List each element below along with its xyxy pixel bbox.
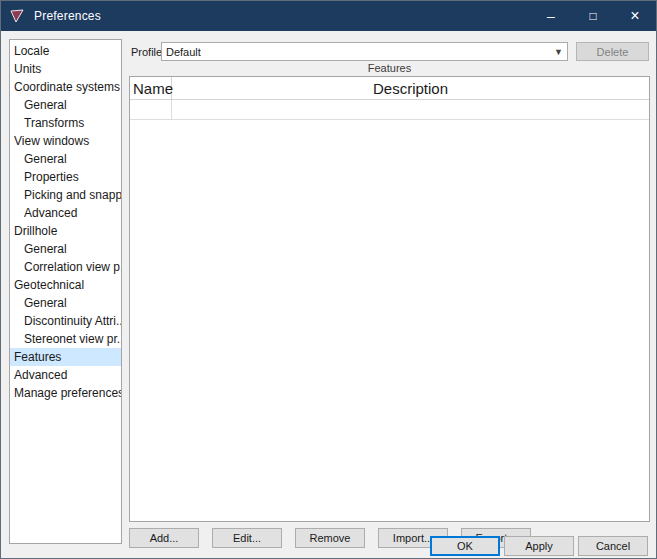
sidebar-item-drillhole[interactable]: Drillhole bbox=[10, 222, 121, 240]
profile-label: Profile bbox=[131, 46, 162, 58]
profile-select-value: Default bbox=[166, 46, 201, 58]
table-empty-cell-description bbox=[172, 100, 649, 119]
sidebar-item-locale[interactable]: Locale bbox=[10, 42, 121, 60]
titlebar: Preferences – □ × bbox=[1, 1, 656, 31]
sidebar-item-picking-and-snapping[interactable]: Picking and snapp... bbox=[10, 186, 121, 204]
sidebar-item-drillhole-general[interactable]: General bbox=[10, 240, 121, 258]
sidebar-item-coordinate-systems[interactable]: Coordinate systems bbox=[10, 78, 121, 96]
cancel-button[interactable]: Cancel bbox=[578, 536, 648, 556]
table-empty-cell-name bbox=[130, 100, 172, 119]
sidebar-item-correlation-view[interactable]: Correlation view p... bbox=[10, 258, 121, 276]
edit-button[interactable]: Edit... bbox=[212, 528, 282, 548]
chevron-down-icon: ▼ bbox=[554, 47, 563, 57]
sidebar-item-geotechnical[interactable]: Geotechnical bbox=[10, 276, 121, 294]
sidebar-item-view-windows-general[interactable]: General bbox=[10, 150, 121, 168]
sidebar-item-advanced[interactable]: Advanced bbox=[10, 366, 121, 384]
app-icon bbox=[10, 8, 26, 24]
dialog-footer: OK Apply Cancel bbox=[430, 536, 648, 556]
window-title: Preferences bbox=[34, 9, 101, 23]
preferences-window: Preferences – □ × Locale Units Coordinat… bbox=[0, 0, 657, 559]
sidebar-item-geotechnical-general[interactable]: General bbox=[10, 294, 121, 312]
profile-select[interactable]: Default ▼ bbox=[161, 42, 568, 61]
maximize-button[interactable]: □ bbox=[572, 1, 614, 31]
sidebar-item-view-windows[interactable]: View windows bbox=[10, 132, 121, 150]
sidebar-item-units[interactable]: Units bbox=[10, 60, 121, 78]
sidebar-item-properties[interactable]: Properties bbox=[10, 168, 121, 186]
window-controls: – □ × bbox=[530, 1, 656, 31]
column-header-description[interactable]: Description bbox=[172, 77, 649, 99]
close-button[interactable]: × bbox=[614, 1, 656, 31]
features-table: Name Description bbox=[129, 76, 650, 522]
remove-button[interactable]: Remove bbox=[295, 528, 365, 548]
sidebar-item-coordinate-general[interactable]: General bbox=[10, 96, 121, 114]
sidebar-item-transforms[interactable]: Transforms bbox=[10, 114, 121, 132]
sidebar-item-manage-preferences[interactable]: Manage preferences bbox=[10, 384, 121, 402]
add-button[interactable]: Add... bbox=[129, 528, 199, 548]
table-header-row: Name Description bbox=[130, 77, 649, 100]
sidebar-item-discontinuity-attributes[interactable]: Discontinuity Attri... bbox=[10, 312, 121, 330]
table-empty-area bbox=[130, 120, 649, 521]
sidebar-item-view-windows-advanced[interactable]: Advanced bbox=[10, 204, 121, 222]
delete-button[interactable]: Delete bbox=[576, 42, 649, 61]
preferences-nav: Locale Units Coordinate systems General … bbox=[9, 39, 122, 544]
sidebar-item-features[interactable]: Features bbox=[10, 348, 121, 366]
table-empty-row bbox=[130, 100, 649, 120]
sidebar-item-stereonet-view[interactable]: Stereonet view pr... bbox=[10, 330, 121, 348]
features-group-label: Features bbox=[129, 62, 650, 74]
apply-button[interactable]: Apply bbox=[504, 536, 574, 556]
column-header-name[interactable]: Name bbox=[130, 77, 172, 99]
ok-button[interactable]: OK bbox=[430, 536, 500, 556]
minimize-button[interactable]: – bbox=[530, 1, 572, 31]
